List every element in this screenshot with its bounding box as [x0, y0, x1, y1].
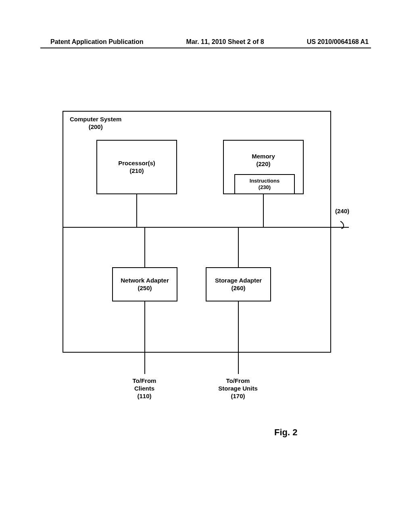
- connector-bus-storage-adapter: [238, 228, 239, 267]
- instructions-label-line2: (230): [259, 184, 271, 191]
- clients-label: To/From Clients (110): [116, 377, 173, 400]
- network-adapter-label-line1: Network Adapter: [121, 277, 169, 285]
- processor-box: Processor(s) (210): [96, 140, 177, 194]
- instructions-box: Instructions (230): [234, 174, 295, 194]
- header-rule: [40, 48, 371, 48]
- network-adapter-label-line2: (250): [138, 285, 152, 292]
- bus-reference-hook-icon: [339, 220, 348, 229]
- clients-label-line1: To/From: [116, 377, 173, 385]
- network-adapter-box: Network Adapter (250): [112, 267, 177, 301]
- instructions-label-line1: Instructions: [250, 178, 280, 184]
- storage-adapter-label-line2: (260): [231, 285, 245, 292]
- memory-label: Memory (220): [224, 153, 303, 168]
- processor-label-line1: Processor(s): [118, 160, 155, 167]
- bus-line: [63, 227, 349, 228]
- storage-units-label-line1: To/From: [209, 377, 267, 385]
- header-left: Patent Application Publication: [50, 38, 144, 46]
- memory-label-line2: (220): [224, 160, 303, 168]
- bus-label: (240): [335, 208, 349, 214]
- block-diagram: Computer System (200) Processor(s) (210)…: [63, 111, 331, 353]
- computer-system-label-line1: Computer System: [70, 116, 121, 123]
- header-right: US 2010/0064168 A1: [307, 38, 369, 46]
- clients-label-line3: (110): [116, 393, 173, 400]
- memory-label-line1: Memory: [224, 153, 303, 160]
- storage-units-label-line3: (170): [209, 393, 267, 400]
- storage-units-label: To/From Storage Units (170): [209, 377, 267, 400]
- connector-storage-adapter-out: [238, 301, 239, 374]
- storage-adapter-label-line1: Storage Adapter: [215, 277, 262, 285]
- computer-system-label: Computer System (200): [70, 116, 121, 131]
- connector-network-adapter-out: [144, 301, 145, 374]
- computer-system-label-line2: (200): [70, 123, 121, 131]
- clients-label-line2: Clients: [116, 385, 173, 393]
- memory-box: Memory (220) Instructions (230): [223, 140, 304, 194]
- storage-adapter-box: Storage Adapter (260): [206, 267, 271, 301]
- storage-units-label-line2: Storage Units: [209, 385, 267, 393]
- connector-processor-bus: [136, 194, 137, 227]
- header-middle: Mar. 11, 2010 Sheet 2 of 8: [186, 38, 264, 46]
- page-header: Patent Application Publication Mar. 11, …: [0, 38, 413, 46]
- connector-bus-network-adapter: [144, 228, 145, 267]
- connector-memory-bus: [263, 194, 264, 227]
- figure-label: Fig. 2: [274, 427, 297, 438]
- processor-label-line2: (210): [129, 167, 144, 175]
